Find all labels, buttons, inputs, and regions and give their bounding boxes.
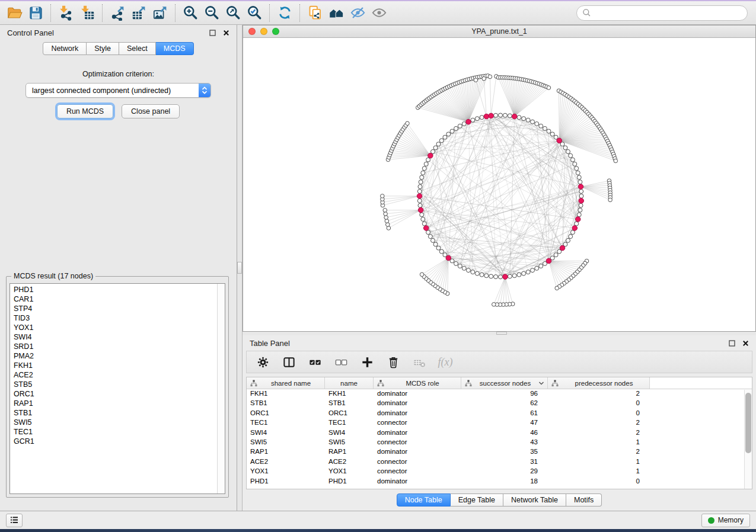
network-dominator-node[interactable] [428, 153, 433, 158]
hide-selected-icon[interactable] [347, 3, 368, 23]
network-node[interactable] [446, 132, 451, 136]
network-node[interactable] [439, 249, 444, 254]
network-node[interactable] [531, 120, 535, 124]
network-node[interactable] [431, 238, 435, 242]
network-node[interactable] [433, 242, 438, 246]
show-panels-list-button[interactable] [6, 514, 23, 527]
network-dominator-node[interactable] [546, 258, 551, 264]
mcds-result-item[interactable]: YOX1 [14, 323, 216, 332]
network-node[interactable] [384, 212, 388, 216]
tab-mcds[interactable]: MCDS [156, 42, 194, 55]
network-node[interactable] [573, 162, 577, 166]
network-node[interactable] [576, 171, 580, 175]
network-node[interactable] [450, 129, 454, 133]
network-node[interactable] [563, 146, 567, 150]
network-node[interactable] [569, 153, 573, 158]
mcds-result-item[interactable]: PHD1 [14, 285, 216, 294]
select-all-icon[interactable] [305, 352, 325, 371]
network-node[interactable] [555, 286, 559, 290]
table-tab-network-table[interactable]: Network Table [503, 493, 566, 507]
network-node[interactable] [503, 113, 507, 117]
mcds-result-item[interactable]: PMA2 [14, 351, 216, 361]
network-node[interactable] [579, 194, 583, 198]
save-session-icon[interactable] [25, 3, 46, 23]
network-node[interactable] [539, 264, 543, 268]
zoom-fit-icon[interactable] [222, 3, 244, 23]
mcds-result-item[interactable]: RAP1 [14, 399, 216, 408]
network-dominator-node[interactable] [503, 274, 508, 280]
table-row[interactable]: ORC1ORC1dominator610 [247, 409, 752, 418]
network-node[interactable] [543, 126, 547, 130]
network-node[interactable] [570, 158, 575, 162]
mcds-result-item[interactable]: FKH1 [14, 361, 216, 370]
network-node[interactable] [577, 213, 581, 217]
network-node[interactable] [531, 268, 535, 273]
network-dominator-node[interactable] [489, 113, 494, 118]
table-row[interactable]: SWI4SWI4dominator462 [247, 428, 752, 438]
mcds-result-item[interactable]: SWI4 [14, 332, 216, 342]
network-node[interactable] [480, 273, 484, 277]
network-node[interactable] [422, 222, 426, 226]
table-row[interactable]: ACE2ACE2connector311 [247, 457, 752, 467]
network-node[interactable] [489, 274, 493, 278]
mcds-result-item[interactable]: STP4 [14, 304, 216, 313]
network-node[interactable] [471, 118, 475, 122]
network-node[interactable] [426, 230, 430, 235]
network-dominator-node[interactable] [423, 226, 429, 231]
scrollbar-thumb[interactable] [745, 393, 751, 453]
network-node[interactable] [579, 203, 583, 207]
network-node[interactable] [577, 175, 581, 180]
export-image-icon[interactable] [149, 3, 171, 23]
table-tab-motifs[interactable]: Motifs [566, 493, 602, 507]
column-header-successor-nodes[interactable]: successor nodes [461, 377, 548, 389]
network-node[interactable] [418, 203, 422, 207]
table-tab-node-table[interactable]: Node Table [397, 493, 451, 507]
network-node[interactable] [566, 149, 570, 153]
search-box[interactable] [576, 5, 748, 21]
mcds-result-item[interactable]: TID3 [14, 313, 216, 323]
zoom-in-icon[interactable] [180, 3, 201, 23]
network-node[interactable] [517, 273, 521, 277]
close-panel-icon[interactable] [223, 30, 229, 36]
network-node[interactable] [424, 162, 428, 166]
network-node[interactable] [433, 146, 438, 150]
network-node[interactable] [417, 198, 422, 203]
network-node[interactable] [421, 217, 425, 222]
network-node[interactable] [494, 275, 498, 279]
network-node[interactable] [488, 75, 492, 79]
table-row[interactable]: SWI5SWI5connector431 [247, 438, 752, 447]
network-node[interactable] [420, 213, 424, 217]
network-node[interactable] [578, 208, 582, 212]
table-tab-edge-table[interactable]: Edge Table [451, 493, 503, 507]
mcds-result-item[interactable]: ORC1 [14, 389, 216, 399]
mcds-list-scrollbar[interactable] [217, 284, 225, 493]
network-node[interactable] [566, 238, 570, 242]
minimize-window-icon[interactable] [260, 28, 267, 35]
network-node[interactable] [547, 86, 551, 90]
network-node[interactable] [462, 122, 466, 126]
export-network-icon[interactable] [107, 3, 128, 23]
network-node[interactable] [575, 166, 579, 171]
mcds-result-item[interactable]: SWI5 [14, 418, 216, 427]
table-row[interactable]: STB1STB1dominator620 [247, 399, 752, 408]
network-node[interactable] [554, 253, 558, 257]
network-node[interactable] [420, 175, 424, 180]
column-header-shared-name[interactable]: shared name [247, 377, 325, 389]
network-node[interactable] [475, 117, 479, 121]
network-dominator-node[interactable] [512, 114, 517, 119]
export-table-icon[interactable] [128, 3, 149, 23]
network-node[interactable] [508, 114, 512, 118]
network-node[interactable] [494, 113, 498, 117]
network-node[interactable] [471, 270, 475, 274]
tab-network[interactable]: Network [43, 42, 87, 55]
network-node[interactable] [419, 180, 423, 184]
splitter-grip[interactable] [237, 262, 242, 274]
network-node[interactable] [522, 117, 526, 121]
show-all-icon[interactable] [368, 3, 390, 23]
network-from-selection-icon[interactable] [304, 3, 326, 23]
network-node[interactable] [418, 185, 422, 189]
network-dominator-node[interactable] [557, 138, 562, 143]
network-node[interactable] [381, 194, 385, 198]
network-node[interactable] [608, 198, 613, 202]
network-node[interactable] [458, 124, 462, 128]
